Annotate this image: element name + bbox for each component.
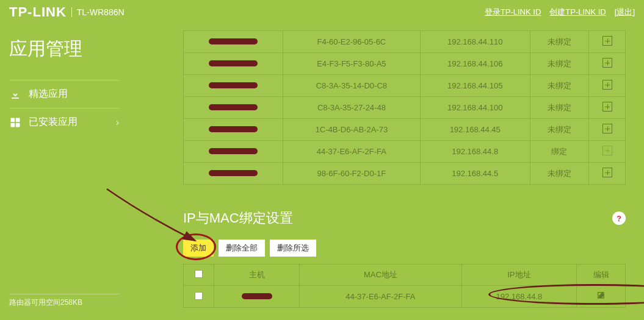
status-cell: 未绑定 — [530, 31, 589, 53]
table-row: 1C-4B-D6-AB-2A-73192.168.44.45未绑定 — [184, 119, 626, 141]
create-link[interactable]: 创建TP-LINK ID — [549, 7, 606, 18]
row-checkbox[interactable] — [195, 292, 203, 300]
section-title: IP与MAC绑定设置 — [183, 209, 293, 227]
ip-cell: 192.168.44.100 — [420, 97, 530, 119]
mac-cell: 98-6F-60-F2-D0-1F — [283, 163, 420, 185]
device-table: F4-60-E2-96-05-6C192.168.44.110未绑定 E4-F3… — [183, 30, 626, 185]
mac-cell: 1C-4B-D6-AB-2A-73 — [283, 119, 420, 141]
redacted-name — [209, 60, 258, 66]
download-icon — [9, 88, 21, 101]
model-label: TL-WR886N — [71, 7, 125, 17]
mac-cell: F4-60-E2-96-05-6C — [283, 31, 420, 53]
chevron-right-icon: › — [116, 117, 119, 128]
add-icon[interactable] — [602, 168, 612, 177]
mac-cell: C8-3A-35-27-24-48 — [283, 97, 420, 119]
ip-cell: 192.168.44.8 — [461, 286, 576, 308]
footer-space: 路由器可用空间258KB — [9, 294, 119, 308]
status-cell: 绑定 — [530, 141, 589, 163]
status-cell: 未绑定 — [530, 119, 589, 141]
add-icon[interactable] — [602, 58, 612, 68]
ip-cell: 192.168.44.105 — [420, 75, 530, 97]
ip-cell: 192.168.44.45 — [420, 119, 530, 141]
status-cell: 未绑定 — [530, 75, 589, 97]
redacted-name — [209, 82, 258, 88]
page-title: 应用管理 — [9, 37, 119, 62]
ip-cell: 192.168.44.106 — [420, 53, 530, 75]
svg-rect-1 — [16, 118, 20, 122]
sidebar-item-featured[interactable]: 精选应用 — [9, 80, 119, 108]
ip-cell: 192.168.44.8 — [420, 141, 530, 163]
logout-link[interactable]: [退出] — [615, 7, 635, 18]
sidebar-item-label: 精选应用 — [29, 88, 68, 101]
table-row: C8-3A-35-14-D0-C8192.168.44.105未绑定 — [184, 75, 626, 97]
svg-rect-0 — [11, 118, 15, 122]
ip-header: IP地址 — [461, 265, 576, 286]
redacted-name — [209, 38, 258, 44]
add-button[interactable]: 添加 — [183, 240, 214, 257]
status-cell: 未绑定 — [530, 53, 589, 75]
table-row: 98-6F-60-F2-D0-1F192.168.44.5未绑定 — [184, 163, 626, 185]
status-cell: 未绑定 — [530, 97, 589, 119]
ip-cell: 192.168.44.110 — [420, 31, 530, 53]
mac-header: MAC地址 — [300, 265, 462, 286]
add-icon[interactable] — [602, 36, 612, 46]
table-row: E4-F3-F5-F3-80-A5192.168.44.106未绑定 — [184, 53, 626, 75]
binding-table: 主机 MAC地址 IP地址 编辑 44-37-E6-AF-2F-FA 192.1… — [183, 264, 626, 308]
mac-cell: 44-37-E6-AF-2F-FA — [300, 286, 462, 308]
add-icon[interactable] — [602, 146, 612, 155]
mac-cell: 44-37-E6-AF-2F-FA — [283, 141, 420, 163]
add-icon[interactable] — [602, 80, 612, 90]
grid-icon — [9, 116, 21, 129]
table-row: F4-60-E2-96-05-6C192.168.44.110未绑定 — [184, 31, 626, 53]
help-icon[interactable]: ? — [612, 212, 626, 225]
table-header-row: 主机 MAC地址 IP地址 编辑 — [184, 265, 626, 286]
table-row: 44-37-E6-AF-2F-FA 192.168.44.8 — [184, 286, 626, 308]
edit-header: 编辑 — [577, 265, 626, 286]
redacted-name — [209, 126, 258, 132]
status-cell: 未绑定 — [530, 163, 589, 185]
svg-rect-3 — [16, 123, 20, 127]
brand-logo: TP-LINK — [9, 4, 67, 20]
redacted-name — [242, 293, 272, 299]
sidebar-item-installed[interactable]: 已安装应用 › — [9, 108, 119, 136]
delete-all-button[interactable]: 删除全部 — [219, 240, 265, 257]
add-icon[interactable] — [602, 124, 612, 133]
sidebar-item-label: 已安装应用 — [29, 116, 78, 129]
host-header: 主机 — [214, 265, 300, 286]
table-row: 44-37-E6-AF-2F-FA192.168.44.8绑定 — [184, 141, 626, 163]
redacted-name — [209, 148, 258, 154]
redacted-name — [209, 104, 258, 110]
login-link[interactable]: 登录TP-LINK ID — [485, 7, 541, 18]
add-icon[interactable] — [602, 102, 612, 112]
mac-cell: E4-F3-F5-F3-80-A5 — [283, 53, 420, 75]
svg-rect-2 — [11, 123, 15, 127]
mac-cell: C8-3A-35-14-D0-C8 — [283, 75, 420, 97]
delete-selected-button[interactable]: 删除所选 — [270, 240, 316, 257]
ip-cell: 192.168.44.5 — [420, 163, 530, 185]
redacted-name — [209, 170, 258, 176]
edit-icon[interactable] — [596, 291, 606, 300]
table-row: C8-3A-35-27-24-48192.168.44.100未绑定 — [184, 97, 626, 119]
select-all-checkbox[interactable] — [195, 270, 203, 278]
